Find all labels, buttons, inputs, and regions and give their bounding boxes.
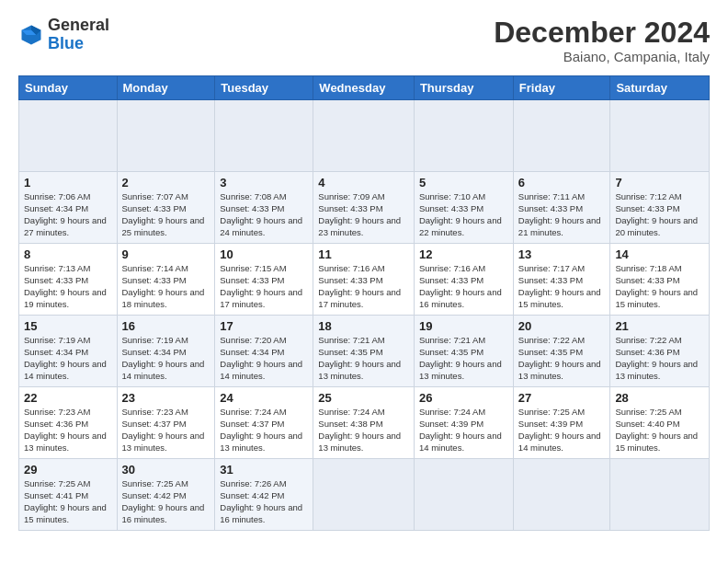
cell-5-0: 29Sunrise: 7:25 AMSunset: 4:41 PMDayligh… (19, 459, 118, 531)
cell-2-2: 10Sunrise: 7:15 AMSunset: 4:33 PMDayligh… (215, 244, 313, 316)
day-info: Sunrise: 7:22 AMSunset: 4:36 PMDaylight:… (615, 335, 704, 382)
day-number: 5 (419, 176, 508, 190)
cell-5-5 (513, 459, 610, 531)
day-info: Sunrise: 7:26 AMSunset: 4:42 PMDaylight:… (220, 478, 308, 525)
week-row-3: 15Sunrise: 7:19 AMSunset: 4:34 PMDayligh… (19, 316, 710, 387)
cell-2-6: 14Sunrise: 7:18 AMSunset: 4:33 PMDayligh… (610, 244, 710, 316)
day-number: 20 (518, 319, 606, 333)
week-row-2: 8Sunrise: 7:13 AMSunset: 4:33 PMDaylight… (19, 244, 710, 316)
day-info: Sunrise: 7:09 AMSunset: 4:33 PMDaylight:… (318, 191, 409, 238)
cell-3-2: 17Sunrise: 7:20 AMSunset: 4:34 PMDayligh… (215, 316, 313, 387)
cell-1-0: 1Sunrise: 7:06 AMSunset: 4:34 PMDaylight… (19, 172, 118, 244)
cell-1-2: 3Sunrise: 7:08 AMSunset: 4:33 PMDaylight… (215, 172, 313, 244)
day-info: Sunrise: 7:21 AMSunset: 4:35 PMDaylight:… (419, 335, 508, 382)
day-number: 22 (24, 391, 112, 405)
header-thursday: Thursday (414, 76, 513, 100)
day-number: 2 (122, 176, 210, 190)
logo-text: General Blue (48, 17, 109, 53)
day-number: 27 (518, 391, 606, 405)
cell-5-4 (414, 459, 513, 531)
day-info: Sunrise: 7:17 AMSunset: 4:33 PMDaylight:… (518, 263, 606, 310)
day-number: 26 (419, 391, 508, 405)
day-number: 30 (122, 463, 210, 477)
cell-3-0: 15Sunrise: 7:19 AMSunset: 4:34 PMDayligh… (19, 316, 118, 387)
day-info: Sunrise: 7:08 AMSunset: 4:33 PMDaylight:… (220, 191, 308, 238)
logo-blue-text: Blue (48, 34, 84, 52)
day-info: Sunrise: 7:24 AMSunset: 4:39 PMDaylight:… (419, 407, 508, 454)
header-monday: Monday (117, 76, 215, 100)
day-number: 17 (220, 319, 308, 333)
cell-4-0: 22Sunrise: 7:23 AMSunset: 4:36 PMDayligh… (19, 387, 118, 459)
day-info: Sunrise: 7:18 AMSunset: 4:33 PMDaylight:… (615, 263, 704, 310)
cell-4-4: 26Sunrise: 7:24 AMSunset: 4:39 PMDayligh… (414, 387, 513, 459)
day-info: Sunrise: 7:07 AMSunset: 4:33 PMDaylight:… (122, 191, 210, 238)
location: Baiano, Campania, Italy (494, 49, 710, 64)
day-number: 28 (615, 391, 704, 405)
day-info: Sunrise: 7:24 AMSunset: 4:37 PMDaylight:… (220, 407, 308, 454)
day-info: Sunrise: 7:22 AMSunset: 4:35 PMDaylight:… (518, 335, 606, 382)
cell-5-3 (313, 459, 415, 531)
logo-general-text: General (48, 16, 109, 34)
day-info: Sunrise: 7:11 AMSunset: 4:33 PMDaylight:… (518, 191, 606, 238)
day-info: Sunrise: 7:13 AMSunset: 4:33 PMDaylight:… (24, 263, 112, 310)
logo: General Blue (18, 17, 109, 53)
day-number: 23 (122, 391, 210, 405)
cell-0-2 (215, 100, 313, 172)
cell-3-1: 16Sunrise: 7:19 AMSunset: 4:34 PMDayligh… (117, 316, 215, 387)
day-number: 19 (419, 319, 508, 333)
cell-4-5: 27Sunrise: 7:25 AMSunset: 4:39 PMDayligh… (513, 387, 610, 459)
cell-4-1: 23Sunrise: 7:23 AMSunset: 4:37 PMDayligh… (117, 387, 215, 459)
day-number: 7 (615, 176, 704, 190)
cell-0-6 (610, 100, 710, 172)
header-row: SundayMondayTuesdayWednesdayThursdayFrid… (19, 76, 710, 100)
week-row-5: 29Sunrise: 7:25 AMSunset: 4:41 PMDayligh… (19, 459, 710, 531)
week-row-1: 1Sunrise: 7:06 AMSunset: 4:34 PMDaylight… (19, 172, 710, 244)
week-row-0 (19, 100, 710, 172)
day-number: 10 (220, 247, 308, 261)
day-number: 6 (518, 176, 606, 190)
header-wednesday: Wednesday (313, 76, 415, 100)
cell-4-6: 28Sunrise: 7:25 AMSunset: 4:40 PMDayligh… (610, 387, 710, 459)
day-number: 4 (318, 176, 409, 190)
day-number: 29 (24, 463, 112, 477)
cell-5-1: 30Sunrise: 7:25 AMSunset: 4:42 PMDayligh… (117, 459, 215, 531)
logo-icon (18, 22, 44, 48)
day-number: 18 (318, 319, 409, 333)
header-sunday: Sunday (19, 76, 118, 100)
cell-1-4: 5Sunrise: 7:10 AMSunset: 4:33 PMDaylight… (414, 172, 513, 244)
cell-0-0 (19, 100, 118, 172)
cell-5-2: 31Sunrise: 7:26 AMSunset: 4:42 PMDayligh… (215, 459, 313, 531)
day-number: 24 (220, 391, 308, 405)
cell-4-2: 24Sunrise: 7:24 AMSunset: 4:37 PMDayligh… (215, 387, 313, 459)
day-info: Sunrise: 7:12 AMSunset: 4:33 PMDaylight:… (615, 191, 704, 238)
day-info: Sunrise: 7:14 AMSunset: 4:33 PMDaylight:… (122, 263, 210, 310)
day-info: Sunrise: 7:23 AMSunset: 4:36 PMDaylight:… (24, 407, 112, 454)
day-number: 3 (220, 176, 308, 190)
cell-2-5: 13Sunrise: 7:17 AMSunset: 4:33 PMDayligh… (513, 244, 610, 316)
day-info: Sunrise: 7:20 AMSunset: 4:34 PMDaylight:… (220, 335, 308, 382)
day-number: 9 (122, 247, 210, 261)
day-info: Sunrise: 7:25 AMSunset: 4:39 PMDaylight:… (518, 407, 606, 454)
day-info: Sunrise: 7:10 AMSunset: 4:33 PMDaylight:… (419, 191, 508, 238)
header: General Blue December 2024 Baiano, Campa… (18, 17, 710, 64)
day-number: 14 (615, 247, 704, 261)
cell-1-5: 6Sunrise: 7:11 AMSunset: 4:33 PMDaylight… (513, 172, 610, 244)
calendar-table: SundayMondayTuesdayWednesdayThursdayFrid… (18, 75, 710, 531)
day-info: Sunrise: 7:25 AMSunset: 4:42 PMDaylight:… (122, 478, 210, 525)
cell-5-6 (610, 459, 710, 531)
day-number: 15 (24, 319, 112, 333)
title-block: December 2024 Baiano, Campania, Italy (494, 17, 710, 64)
header-saturday: Saturday (610, 76, 710, 100)
day-info: Sunrise: 7:15 AMSunset: 4:33 PMDaylight:… (220, 263, 308, 310)
cell-3-3: 18Sunrise: 7:21 AMSunset: 4:35 PMDayligh… (313, 316, 415, 387)
day-number: 12 (419, 247, 508, 261)
day-info: Sunrise: 7:19 AMSunset: 4:34 PMDaylight:… (122, 335, 210, 382)
week-row-4: 22Sunrise: 7:23 AMSunset: 4:36 PMDayligh… (19, 387, 710, 459)
day-info: Sunrise: 7:16 AMSunset: 4:33 PMDaylight:… (318, 263, 409, 310)
cell-0-5 (513, 100, 610, 172)
cell-0-4 (414, 100, 513, 172)
day-number: 8 (24, 247, 112, 261)
day-number: 1 (24, 176, 112, 190)
page: General Blue December 2024 Baiano, Campa… (0, 0, 728, 540)
day-info: Sunrise: 7:25 AMSunset: 4:40 PMDaylight:… (615, 407, 704, 454)
